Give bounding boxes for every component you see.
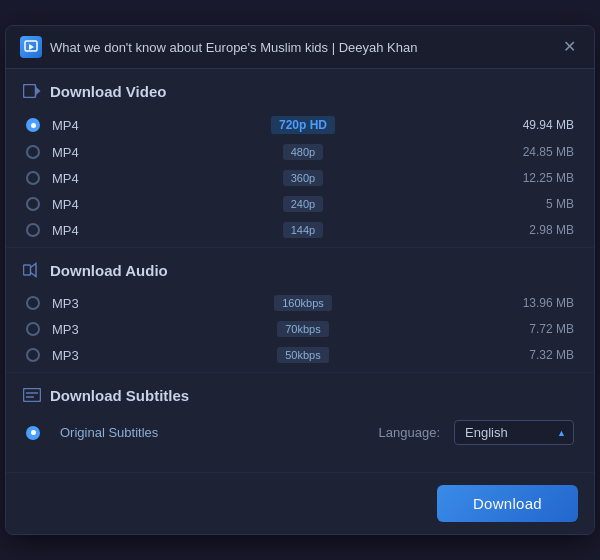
video-section: Download Video MP4 720p HD 49.94 MB MP4 … xyxy=(6,69,594,248)
format-audio-1: MP3 xyxy=(52,296,102,311)
title-bar: What we don't know about Europe's Muslim… xyxy=(6,26,594,69)
format-720p: MP4 xyxy=(52,118,102,133)
quality-badge-240p: 240p xyxy=(283,196,323,212)
size-720p: 49.94 MB xyxy=(504,118,574,132)
quality-160kbps: 160kbps xyxy=(102,295,504,311)
subtitles-options-row: Original Subtitles Language: English Fre… xyxy=(22,415,578,450)
format-240p: MP4 xyxy=(52,197,102,212)
quality-360p: 360p xyxy=(102,170,504,186)
close-button[interactable]: ✕ xyxy=(559,37,580,57)
language-select-wrapper[interactable]: English French Spanish German Arabic xyxy=(454,420,574,445)
radio-144p[interactable] xyxy=(26,223,40,237)
audio-icon xyxy=(22,260,42,280)
quality-badge-480p: 480p xyxy=(283,144,323,160)
title-bar-left: What we don't know about Europe's Muslim… xyxy=(20,36,417,58)
content-area: Download Video MP4 720p HD 49.94 MB MP4 … xyxy=(6,69,594,472)
size-360p: 12.25 MB xyxy=(504,171,574,185)
radio-50kbps[interactable] xyxy=(26,348,40,362)
size-240p: 5 MB xyxy=(504,197,574,211)
video-row-360p[interactable]: MP4 360p 12.25 MB xyxy=(22,165,578,191)
format-480p: MP4 xyxy=(52,145,102,160)
radio-720p[interactable] xyxy=(26,118,40,132)
svg-rect-2 xyxy=(24,85,36,98)
format-audio-2: MP3 xyxy=(52,322,102,337)
subtitles-section: Download Subtitles Original Subtitles La… xyxy=(6,373,594,454)
quality-240p: 240p xyxy=(102,196,504,212)
quality-720p: 720p HD xyxy=(102,116,504,134)
svg-rect-5 xyxy=(24,389,41,402)
quality-badge-720p: 720p HD xyxy=(271,116,335,134)
svg-marker-3 xyxy=(36,87,41,95)
quality-badge-160kbps: 160kbps xyxy=(274,295,332,311)
app-icon xyxy=(20,36,42,58)
subtitle-option-label: Original Subtitles xyxy=(60,425,371,440)
quality-badge-360p: 360p xyxy=(283,170,323,186)
download-button[interactable]: Download xyxy=(437,485,578,522)
subtitles-section-title: Download Subtitles xyxy=(50,387,189,404)
audio-row-160kbps[interactable]: MP3 160kbps 13.96 MB xyxy=(22,290,578,316)
subtitles-section-header: Download Subtitles xyxy=(22,385,578,405)
video-row-720p[interactable]: MP4 720p HD 49.94 MB xyxy=(22,111,578,139)
subtitles-icon xyxy=(22,385,42,405)
size-480p: 24.85 MB xyxy=(504,145,574,159)
radio-160kbps[interactable] xyxy=(26,296,40,310)
audio-row-50kbps[interactable]: MP3 50kbps 7.32 MB xyxy=(22,342,578,368)
radio-subtitles[interactable] xyxy=(26,426,40,440)
quality-480p: 480p xyxy=(102,144,504,160)
quality-144p: 144p xyxy=(102,222,504,238)
video-row-480p[interactable]: MP4 480p 24.85 MB xyxy=(22,139,578,165)
size-160kbps: 13.96 MB xyxy=(504,296,574,310)
video-row-240p[interactable]: MP4 240p 5 MB xyxy=(22,191,578,217)
video-row-144p[interactable]: MP4 144p 2.98 MB xyxy=(22,217,578,243)
video-icon xyxy=(22,81,42,101)
quality-badge-70kbps: 70kbps xyxy=(277,321,328,337)
audio-section-header: Download Audio xyxy=(22,260,578,280)
radio-360p[interactable] xyxy=(26,171,40,185)
language-select[interactable]: English French Spanish German Arabic xyxy=(454,420,574,445)
radio-70kbps[interactable] xyxy=(26,322,40,336)
audio-section: Download Audio MP3 160kbps 13.96 MB MP3 … xyxy=(6,248,594,373)
quality-70kbps: 70kbps xyxy=(102,321,504,337)
quality-badge-50kbps: 50kbps xyxy=(277,347,328,363)
quality-50kbps: 50kbps xyxy=(102,347,504,363)
video-section-header: Download Video xyxy=(22,81,578,101)
main-window: What we don't know about Europe's Muslim… xyxy=(5,25,595,535)
language-label: Language: xyxy=(379,425,440,440)
size-50kbps: 7.32 MB xyxy=(504,348,574,362)
format-144p: MP4 xyxy=(52,223,102,238)
svg-rect-4 xyxy=(24,265,31,275)
radio-480p[interactable] xyxy=(26,145,40,159)
format-360p: MP4 xyxy=(52,171,102,186)
svg-marker-1 xyxy=(29,44,34,50)
size-144p: 2.98 MB xyxy=(504,223,574,237)
footer: Download xyxy=(6,472,594,534)
video-section-title: Download Video xyxy=(50,83,166,100)
window-title: What we don't know about Europe's Muslim… xyxy=(50,40,417,55)
audio-section-title: Download Audio xyxy=(50,262,168,279)
format-audio-3: MP3 xyxy=(52,348,102,363)
audio-row-70kbps[interactable]: MP3 70kbps 7.72 MB xyxy=(22,316,578,342)
radio-240p[interactable] xyxy=(26,197,40,211)
quality-badge-144p: 144p xyxy=(283,222,323,238)
size-70kbps: 7.72 MB xyxy=(504,322,574,336)
